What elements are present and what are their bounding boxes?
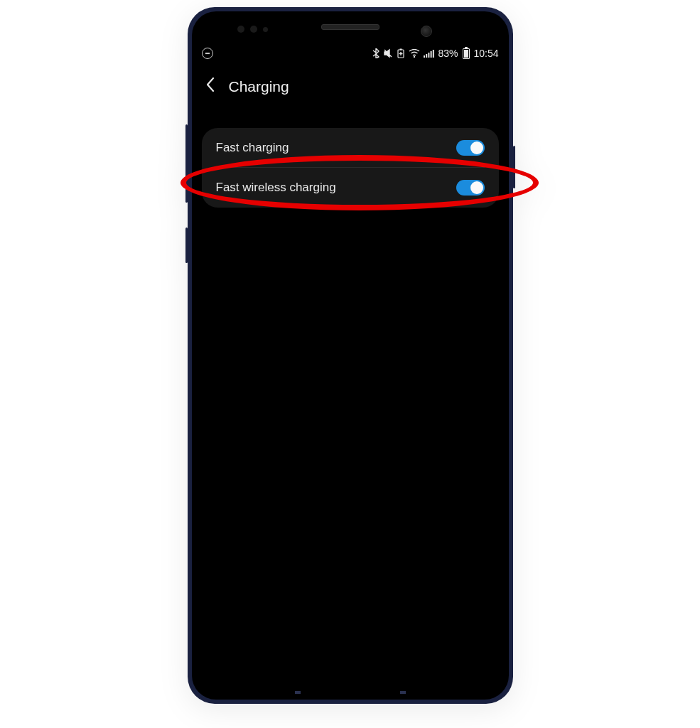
toggle-fast-charging[interactable] — [456, 140, 485, 156]
chevron-left-icon — [205, 77, 215, 92]
battery-icon — [463, 48, 470, 59]
svg-rect-5 — [429, 53, 430, 58]
settings-card: Fast charging Fast wireless charging — [202, 128, 499, 208]
svg-rect-1 — [400, 49, 402, 50]
svg-point-2 — [414, 56, 415, 58]
phone-frame-inner: 83% 10:54 Charging Fast — [192, 11, 509, 700]
phone-mockup: 83% 10:54 Charging Fast — [188, 7, 513, 704]
page-title: Charging — [229, 78, 289, 95]
signal-icon — [424, 49, 434, 58]
phone-frame: 83% 10:54 Charging Fast — [188, 7, 513, 704]
svg-rect-7 — [433, 50, 434, 58]
toggle-fast-wireless-charging[interactable] — [456, 180, 485, 196]
battery-saver-icon — [397, 48, 405, 58]
bottom-mark-icon — [400, 691, 406, 694]
svg-rect-4 — [426, 54, 428, 58]
clock: 10:54 — [473, 48, 498, 59]
sensor-dot-icon — [237, 26, 244, 33]
setting-label: Fast wireless charging — [216, 181, 336, 195]
bottom-mark-icon — [295, 691, 301, 694]
status-left — [202, 48, 213, 59]
sensor-cluster-left — [237, 26, 268, 33]
bluetooth-icon — [372, 48, 379, 58]
sensor-cluster-right — [421, 26, 432, 37]
sensor-dot-icon — [263, 27, 268, 32]
setting-fast-charging[interactable]: Fast charging — [202, 128, 499, 168]
speaker-grille — [321, 24, 379, 30]
power-button — [513, 146, 515, 188]
front-camera-icon — [421, 26, 432, 37]
svg-rect-6 — [431, 51, 432, 58]
wifi-icon — [409, 49, 420, 58]
status-right: 83% 10:54 — [372, 48, 498, 59]
header: Charging — [192, 64, 509, 109]
status-bar: 83% 10:54 — [192, 43, 509, 64]
battery-percent: 83% — [438, 48, 458, 59]
screen: 83% 10:54 Charging Fast — [192, 43, 509, 668]
bixby-button — [185, 228, 188, 263]
setting-label: Fast charging — [216, 141, 289, 155]
volume-button — [185, 124, 188, 203]
do-not-disturb-icon — [202, 48, 213, 59]
svg-rect-3 — [424, 55, 425, 58]
speaker-icon — [321, 24, 379, 30]
bottom-marks — [295, 691, 406, 694]
mute-icon — [383, 48, 393, 58]
back-button[interactable] — [202, 77, 219, 97]
sensor-dot-icon — [250, 26, 257, 33]
setting-fast-wireless-charging[interactable]: Fast wireless charging — [202, 168, 499, 208]
